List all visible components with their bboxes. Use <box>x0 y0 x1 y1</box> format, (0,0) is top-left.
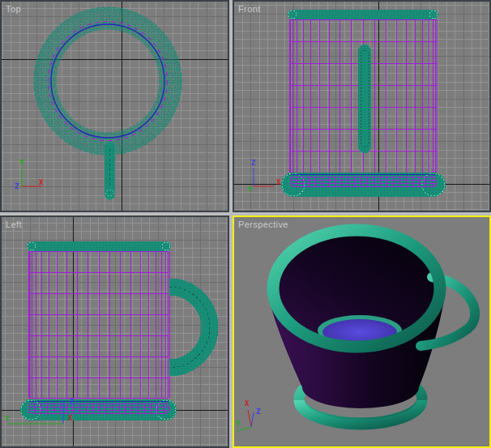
svg-text:Y: Y <box>236 420 241 428</box>
svg-text:Z: Z <box>256 407 261 416</box>
svg-text:Z: Z <box>251 159 256 167</box>
svg-text:Z: Z <box>15 182 19 190</box>
top-view-canvas: YXZ <box>2 2 228 211</box>
viewport-label-left[interactable]: Left <box>6 220 22 230</box>
front-view-canvas: ZXY <box>234 2 489 211</box>
viewport-quad-layout: YXZ Top ZXY Front ZYX Left XZY Perspecti… <box>0 0 491 448</box>
viewport-label-front[interactable]: Front <box>238 4 261 15</box>
viewport-label-top[interactable]: Top <box>6 4 21 15</box>
svg-text:X: X <box>245 399 250 407</box>
viewport-front[interactable]: ZXY Front <box>233 0 491 212</box>
svg-text:Y: Y <box>248 186 253 194</box>
viewport-left[interactable]: ZYX Left <box>0 215 229 448</box>
svg-text:Y: Y <box>5 415 10 423</box>
mug-handle-top[interactable] <box>106 147 114 196</box>
left-view-canvas: ZYX <box>2 217 228 446</box>
viewport-top[interactable]: YXZ Top <box>0 0 229 212</box>
mug-handle-front <box>358 45 371 153</box>
mug-rim-left <box>27 241 171 251</box>
svg-text:X: X <box>39 178 44 186</box>
perspective-view-canvas: XZY <box>234 217 489 446</box>
viewport-label-perspective[interactable]: Perspective <box>238 220 288 230</box>
svg-text:Z: Z <box>70 398 75 406</box>
mug-rim-front <box>288 10 438 19</box>
svg-text:Y: Y <box>19 159 24 167</box>
svg-text:X: X <box>276 178 281 186</box>
viewport-perspective[interactable]: XZY Perspective <box>233 215 491 448</box>
svg-text:X: X <box>68 414 73 422</box>
